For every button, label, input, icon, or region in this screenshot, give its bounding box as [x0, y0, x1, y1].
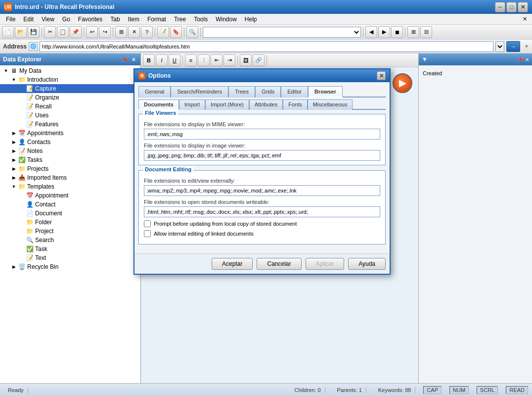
- internal-checkbox[interactable]: [144, 230, 151, 237]
- menu-edit[interactable]: Edit: [19, 15, 38, 24]
- tab-search-reminders[interactable]: Search/Reminders: [171, 86, 228, 98]
- tabs-row-2: Documents Import Import (More) Attribute…: [138, 99, 386, 110]
- app-icon: UR: [4, 3, 12, 11]
- tab-browser[interactable]: Browser: [308, 86, 343, 98]
- browser-icon: 🌐: [29, 42, 38, 51]
- paste-button[interactable]: 📌: [70, 26, 82, 38]
- toolbar-separator-5: [184, 27, 184, 37]
- image-input[interactable]: [144, 150, 380, 161]
- tab-attributes[interactable]: Attributes: [249, 99, 283, 110]
- bookmark-button[interactable]: 🔖: [170, 26, 182, 38]
- toolbar-separator-6: [200, 27, 201, 37]
- open-button[interactable]: 📂: [15, 26, 27, 38]
- options-dialog: ⚙ Options ✕ General Search/Reminders Tre…: [133, 68, 391, 275]
- address-label: Address: [3, 43, 27, 50]
- tabs-row-1: General Search/Reminders Trees Grids Edi…: [138, 86, 386, 98]
- writeable-input[interactable]: [144, 206, 380, 217]
- toolbar-separator-2: [84, 27, 84, 37]
- help-button[interactable]: ?: [141, 26, 153, 38]
- toolbar-separator-4: [155, 27, 155, 37]
- redo-button[interactable]: ↪: [99, 26, 111, 38]
- window-title: Intro.urd - Ultra Recall Professional: [15, 3, 495, 10]
- menu-format[interactable]: Format: [143, 15, 170, 24]
- forward-button[interactable]: ▶: [378, 26, 390, 38]
- external-label: File extensions to edit/view externally:: [144, 178, 380, 184]
- stop-button[interactable]: ⏹: [391, 26, 403, 38]
- tab-grids[interactable]: Grids: [255, 86, 281, 98]
- toolbar-separator-8: [405, 27, 405, 37]
- menu-bar: File Edit View Go Favorites Tab Item For…: [0, 14, 532, 25]
- dialog-title: Options: [148, 72, 377, 79]
- address-input[interactable]: [40, 41, 493, 52]
- maximize-button[interactable]: □: [506, 2, 517, 12]
- menu-tab[interactable]: Tab: [106, 15, 124, 24]
- address-go-button[interactable]: →: [506, 41, 520, 52]
- cancel-button[interactable]: Cancelar: [257, 258, 301, 270]
- status-keywords: Keywords: 88: [374, 387, 416, 393]
- modal-overlay: ⚙ Options ✕ General Search/Reminders Tre…: [0, 53, 532, 383]
- file-viewers-title: File Viewers: [143, 110, 178, 116]
- address-dropdown[interactable]: [495, 41, 504, 52]
- dialog-title-bar: ⚙ Options ✕: [134, 69, 390, 82]
- toolbar-separator-7: [363, 27, 363, 37]
- menu-go[interactable]: Go: [58, 15, 74, 24]
- status-ready: Ready: [4, 387, 28, 393]
- tab-general[interactable]: General: [138, 86, 171, 98]
- search-button[interactable]: 🔍: [186, 26, 198, 38]
- external-input[interactable]: [144, 185, 380, 196]
- copy-button[interactable]: 📋: [57, 26, 69, 38]
- menu-close-x[interactable]: ✕: [520, 15, 530, 23]
- new-button[interactable]: 📄: [2, 26, 14, 38]
- image-label: File extensions to display in image view…: [144, 143, 380, 148]
- back-button[interactable]: ◀: [365, 26, 377, 38]
- menu-tools[interactable]: Tools: [190, 15, 212, 24]
- add-child-button[interactable]: ⊞: [115, 26, 127, 38]
- dialog-buttons: Aceptar Cancelar Aplicar Ayuda: [134, 253, 390, 274]
- title-bar: UR Intro.urd - Ultra Recall Professional…: [0, 0, 532, 14]
- delete-button[interactable]: ✕: [128, 26, 140, 38]
- menu-window[interactable]: Window: [212, 15, 241, 24]
- prompt-row: Prompt before updating from local copy o…: [144, 220, 380, 227]
- minimize-button[interactable]: ─: [495, 2, 505, 12]
- undo-button[interactable]: ↩: [86, 26, 98, 38]
- dialog-body: General Search/Reminders Trees Grids Edi…: [134, 82, 390, 253]
- menu-tree[interactable]: Tree: [170, 15, 190, 24]
- help-button[interactable]: Ayuda: [348, 258, 386, 270]
- tab-fonts[interactable]: Fonts: [283, 99, 308, 110]
- accept-button[interactable]: Aceptar: [212, 258, 253, 270]
- tab-editor[interactable]: Editor: [281, 86, 308, 98]
- status-bar: Ready Children: 0 Parents: 1 Keywords: 8…: [0, 383, 532, 396]
- tab-import[interactable]: Import: [179, 99, 205, 110]
- menu-item[interactable]: Item: [124, 15, 143, 24]
- layout2-button[interactable]: ⊟: [420, 26, 432, 38]
- menu-help[interactable]: Help: [241, 15, 261, 24]
- menu-file[interactable]: File: [2, 15, 19, 24]
- dialog-close-button[interactable]: ✕: [377, 71, 386, 80]
- status-parents: Parents: 1: [333, 387, 366, 393]
- status-cap: CAP: [423, 386, 442, 394]
- tab-miscellaneous[interactable]: Miscellaneous: [308, 99, 353, 110]
- toolbar-separator-3: [113, 27, 113, 37]
- mime-input[interactable]: [144, 129, 380, 140]
- apply-button[interactable]: Aplicar: [306, 258, 345, 270]
- tab-trees[interactable]: Trees: [228, 86, 255, 98]
- tab-documents[interactable]: Documents: [138, 99, 179, 110]
- save-button[interactable]: 💾: [28, 26, 40, 38]
- prompt-label: Prompt before updating from local copy o…: [154, 221, 297, 227]
- menu-view[interactable]: View: [38, 15, 58, 24]
- file-viewers-section: File Viewers File extensions to display …: [138, 114, 386, 165]
- mime-label: File extensions to display in MIME viewe…: [144, 121, 380, 127]
- status-children: Children: 0: [290, 387, 325, 393]
- layout-button[interactable]: ⊞: [407, 26, 419, 38]
- close-button[interactable]: ✕: [518, 2, 528, 12]
- prompt-checkbox[interactable]: [144, 220, 151, 227]
- cut-button[interactable]: ✂: [44, 26, 56, 38]
- status-num: NUM: [449, 386, 469, 394]
- note-button[interactable]: 📝: [157, 26, 169, 38]
- internal-label: Allow internal editing of linked documen…: [154, 231, 254, 237]
- search-combo[interactable]: [203, 27, 361, 38]
- menu-favorites[interactable]: Favorites: [74, 15, 106, 24]
- tab-import-more[interactable]: Import (More): [205, 99, 249, 110]
- document-editing-section: Document Editing File extensions to edit…: [138, 170, 386, 245]
- main-toolbar: 📄 📂 💾 ✂ 📋 📌 ↩ ↪ ⊞ ✕ ? 📝 🔖 🔍 ◀ ▶ ⏹ ⊞ ⊟: [0, 25, 532, 40]
